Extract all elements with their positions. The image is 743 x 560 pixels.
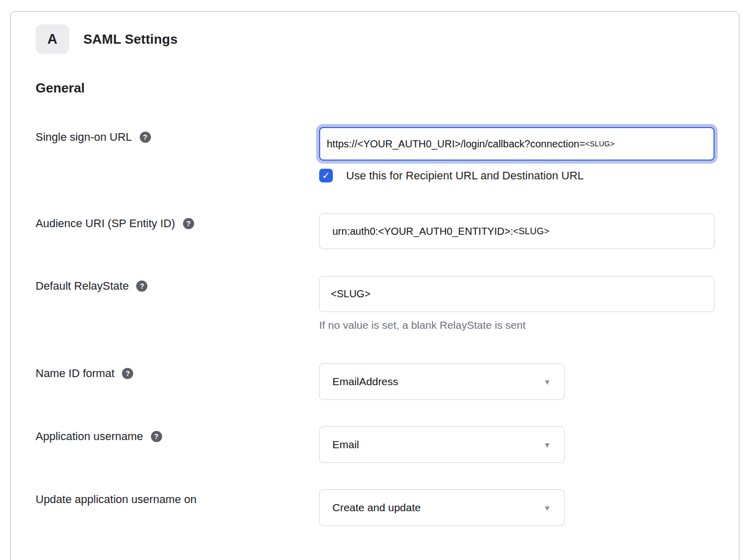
name-id-format-label: Name ID format [36,367,114,380]
name-id-format-select[interactable]: EmailAddress ▼ [319,363,565,400]
row-default-relaystate: Default RelayState ? <SLUG> If no value … [36,276,739,332]
section-heading-general: General [36,80,739,96]
relaystate-hint: If no value is set, a blank RelayState i… [319,319,715,332]
row-update-application-username: Update application username on Create an… [36,489,739,526]
recipient-url-checkbox[interactable]: ✓ [319,169,333,182]
relaystate-value: <SLUG> [331,288,370,300]
row-application-username: Application username ? Email ▼ [36,426,739,463]
chevron-down-icon: ▼ [543,378,551,386]
row-name-id-format: Name ID format ? EmailAddress ▼ [36,363,739,400]
sso-url-controls: https://<YOUR_AUTH0_URI>/login/callback?… [319,127,715,182]
application-username-label-group: Application username ? [36,426,319,443]
chevron-down-icon: ▼ [543,441,551,449]
update-application-username-value: Create and update [332,502,543,514]
audience-uri-value-slug: <SLUG> [513,226,549,237]
audience-uri-label: Audience URI (SP Entity ID) [36,217,175,230]
application-username-label: Application username [36,430,143,443]
relaystate-label: Default RelayState [36,279,129,293]
update-application-username-label-group: Update application username on [36,489,319,506]
help-icon[interactable]: ? [151,431,162,442]
audience-uri-controls: urn:auth0:<YOUR_AUTH0_ENTITYID>:<SLUG> [319,213,715,249]
audience-uri-input[interactable]: urn:auth0:<YOUR_AUTH0_ENTITYID>:<SLUG> [319,213,715,249]
name-id-format-label-group: Name ID format ? [36,363,319,380]
update-application-username-label: Update application username on [36,493,197,506]
chevron-down-icon: ▼ [543,504,551,512]
sso-url-label-group: Single sign-on URL ? [36,127,319,144]
name-id-format-value: EmailAddress [332,376,543,388]
update-application-username-controls: Create and update ▼ [319,489,565,526]
help-icon[interactable]: ? [140,132,151,143]
row-single-sign-on-url: Single sign-on URL ? https://<YOUR_AUTH0… [36,127,739,182]
help-icon[interactable]: ? [122,368,133,379]
sso-url-value-main: https://<YOUR_AUTH0_URI>/login/callback?… [327,138,585,150]
name-id-format-controls: EmailAddress ▼ [319,363,565,400]
sso-url-label: Single sign-on URL [36,131,132,144]
relaystate-label-group: Default RelayState ? [36,276,319,293]
row-audience-uri: Audience URI (SP Entity ID) ? urn:auth0:… [36,213,739,249]
sso-url-value-slug: <SLUG> [585,140,615,148]
step-badge: A [36,24,69,54]
recipient-url-checkbox-row: ✓ Use this for Recipient URL and Destina… [319,169,715,182]
help-icon[interactable]: ? [183,218,194,229]
application-username-value: Email [332,439,543,451]
panel-title: SAML Settings [83,32,178,47]
relaystate-controls: <SLUG> If no value is set, a blank Relay… [319,276,715,332]
sso-url-input[interactable]: https://<YOUR_AUTH0_URI>/login/callback?… [319,127,715,161]
audience-uri-label-group: Audience URI (SP Entity ID) ? [36,213,319,230]
application-username-controls: Email ▼ [319,426,565,463]
check-icon: ✓ [322,170,330,181]
audience-uri-value-main: urn:auth0:<YOUR_AUTH0_ENTITYID>: [332,226,513,237]
help-icon[interactable]: ? [136,281,147,292]
panel-header: A SAML Settings [36,24,739,54]
update-application-username-select[interactable]: Create and update ▼ [319,489,565,526]
saml-settings-panel: A SAML Settings General Single sign-on U… [10,11,739,560]
application-username-select[interactable]: Email ▼ [319,426,565,463]
recipient-url-checkbox-label[interactable]: Use this for Recipient URL and Destinati… [346,169,584,182]
relaystate-input[interactable]: <SLUG> [319,276,715,312]
